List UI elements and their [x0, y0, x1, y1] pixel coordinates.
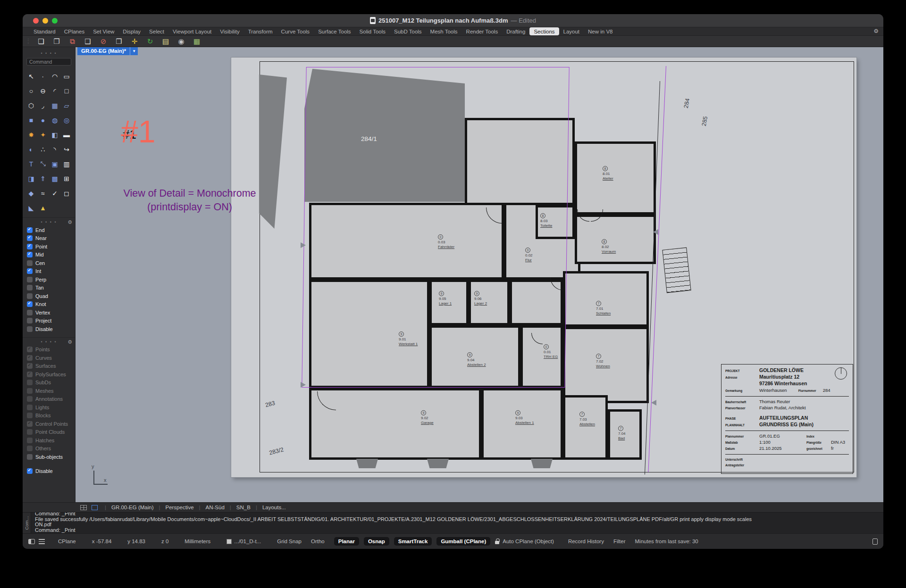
checkbox[interactable] — [27, 310, 33, 315]
checkbox[interactable] — [27, 326, 33, 332]
osnap-checkbox-row[interactable]: End — [27, 226, 75, 234]
filter-checkbox-row[interactable]: Blocks — [27, 412, 75, 420]
palette-tool-icon[interactable]: ✸ — [25, 129, 37, 141]
osnap-checkbox-row[interactable]: Near — [27, 234, 75, 243]
filter-checkbox-row[interactable]: Meshes — [27, 387, 75, 395]
menu-tab[interactable]: Viewport Layout — [168, 27, 216, 35]
menu-tab[interactable]: Sections — [529, 27, 559, 35]
checkbox[interactable] — [27, 446, 33, 451]
dock-drag-handle[interactable]: • • • • — [23, 47, 75, 55]
menu-tab[interactable]: Layout — [559, 27, 584, 35]
palette-tool-icon[interactable]: ◻ — [61, 187, 73, 199]
zoom-window-button[interactable] — [52, 18, 58, 24]
palette-tool-icon[interactable]: ■ — [25, 114, 37, 126]
osnap-checkbox-row[interactable]: Perp — [27, 275, 75, 284]
checkbox[interactable] — [27, 244, 33, 249]
gumball-toggle[interactable]: Gumball (CPlane) — [436, 537, 490, 546]
palette-tool-icon[interactable]: ∴ — [37, 143, 49, 155]
osnap-checkbox-row[interactable]: Disable — [27, 325, 75, 333]
osnap-toggle[interactable]: Osnap — [364, 537, 389, 546]
palette-tool-icon[interactable]: ▬ — [61, 129, 73, 141]
palette-tool-icon[interactable]: ▱ — [61, 99, 73, 111]
checkbox[interactable] — [27, 260, 33, 266]
checkbox[interactable] — [27, 301, 33, 307]
palette-tool-icon[interactable]: ⇑ — [37, 173, 49, 184]
palette-tool-icon[interactable]: ⤡ — [37, 158, 49, 170]
viewport-page-tab[interactable]: Perspective — [153, 505, 193, 510]
command-panel-side-tab[interactable]: Com… — [23, 513, 31, 533]
filter-checkbox-row[interactable]: Sub-objects — [27, 453, 75, 461]
filter-checkbox-row[interactable]: SubDs — [27, 379, 75, 387]
toolbar-icon[interactable]: ⊘ — [99, 37, 108, 46]
osnap-checkbox-row[interactable]: Knot — [27, 300, 75, 309]
checkbox[interactable] — [27, 468, 33, 474]
checkbox[interactable] — [27, 235, 33, 241]
menu-tab[interactable]: Transform — [244, 27, 277, 35]
menu-tab[interactable]: Curve Tools — [277, 27, 314, 35]
filter-toggle[interactable]: Filter — [613, 538, 626, 544]
checkbox[interactable] — [27, 318, 33, 323]
toolbar-icon[interactable]: ❐ — [52, 37, 61, 46]
viewport-page-tab[interactable]: AN-Süd — [194, 505, 225, 510]
palette-tool-icon[interactable]: □ — [61, 85, 73, 97]
palette-tool-icon[interactable]: ○ — [25, 85, 37, 97]
osnap-gear-icon[interactable]: ⚙ — [67, 219, 72, 225]
checkbox[interactable] — [27, 268, 33, 274]
menu-tab[interactable]: Surface Tools — [314, 27, 355, 35]
checkbox[interactable] — [27, 405, 33, 410]
palette-tool-icon[interactable]: ▦ — [49, 99, 61, 111]
palette-tool-icon[interactable]: ⊖ — [37, 85, 49, 97]
osnap-checkbox-row[interactable]: Tan — [27, 284, 75, 292]
osnap-checkbox-row[interactable]: Int — [27, 267, 75, 276]
palette-tool-icon[interactable]: ◎ — [61, 114, 73, 126]
viewport[interactable]: GR.00-EG (Main)* ▼ #1 #1 View of Detail … — [76, 47, 883, 502]
current-layer[interactable]: .../01_D-t... — [226, 538, 261, 544]
palette-tool-icon[interactable]: ◜ — [49, 85, 61, 97]
toolbar-icon[interactable]: ⧉ — [67, 37, 77, 46]
palette-tool-icon[interactable]: ▩ — [49, 173, 61, 184]
checkbox[interactable] — [27, 277, 33, 282]
filter-checkbox-row[interactable]: PolySurfaces — [27, 370, 75, 379]
osnap-checkbox-row[interactable]: Project — [27, 317, 75, 325]
toolbar-icon[interactable]: ▦ — [192, 37, 201, 46]
toolbar-icon[interactable]: ▤ — [161, 37, 170, 46]
palette-tool-icon[interactable]: ▥ — [61, 158, 73, 170]
menu-tab[interactable]: Select — [145, 27, 168, 35]
filter-checkbox-row[interactable]: Point Clouds — [27, 428, 75, 437]
checkbox[interactable] — [27, 252, 33, 257]
palette-tool-icon[interactable]: ⬡ — [25, 99, 37, 111]
palette-tool-icon[interactable]: ⊞ — [61, 173, 73, 184]
chevron-down-icon[interactable]: ▼ — [130, 47, 138, 55]
filter-checkbox-row[interactable]: Lights — [27, 403, 75, 412]
palette-tool-icon[interactable]: ◠ — [49, 70, 61, 82]
filter-checkbox-row[interactable]: Annotations — [27, 395, 75, 404]
units-indicator[interactable]: Millimeters — [185, 538, 210, 544]
palette-tool-icon[interactable]: ▣ — [49, 158, 61, 170]
grid-snap-toggle[interactable]: Grid Snap — [277, 538, 302, 544]
palette-tool-icon[interactable]: ◍ — [49, 114, 61, 126]
palette-tool-icon[interactable]: ▲ — [37, 202, 49, 214]
panel-collapse-icon[interactable] — [872, 538, 878, 545]
osnap-checkbox-row[interactable]: Vertex — [27, 308, 75, 317]
auto-cplane-item[interactable]: Auto CPlane (Object) — [495, 538, 554, 544]
palette-tool-icon[interactable]: ✦ — [37, 129, 49, 141]
checkbox[interactable] — [27, 363, 33, 369]
single-viewport-icon[interactable] — [92, 505, 98, 510]
filter-checkbox-row[interactable]: Points — [27, 346, 75, 354]
smarttrack-toggle[interactable]: SmartTrack — [394, 537, 432, 546]
checkbox[interactable] — [27, 227, 33, 233]
toolbar-icon[interactable]: ❑ — [83, 37, 92, 46]
viewport-page-tab[interactable]: Layouts... — [251, 505, 286, 510]
menu-tab[interactable]: Visibility — [216, 27, 243, 35]
viewport-tab[interactable]: GR.00-EG (Main)* ▼ — [77, 47, 138, 55]
toolbar-icon[interactable]: ◉ — [176, 37, 186, 46]
close-window-button[interactable] — [33, 18, 39, 24]
toolbar-icon[interactable]: ✛ — [130, 37, 139, 46]
checkbox[interactable] — [27, 388, 33, 394]
menu-tab[interactable]: SubD Tools — [390, 27, 426, 35]
disable-checkbox-row[interactable]: Disable — [27, 467, 75, 476]
cplane-indicator[interactable]: CPlane — [58, 538, 76, 544]
viewport-page-tab[interactable]: SN_B — [225, 505, 251, 510]
checkbox[interactable] — [27, 285, 33, 290]
filter-checkbox-row[interactable]: Surfaces — [27, 362, 75, 371]
